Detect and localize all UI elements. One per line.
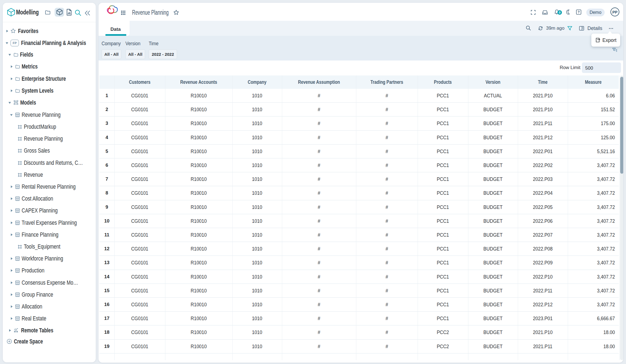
- svg-text:?: ?: [578, 10, 580, 14]
